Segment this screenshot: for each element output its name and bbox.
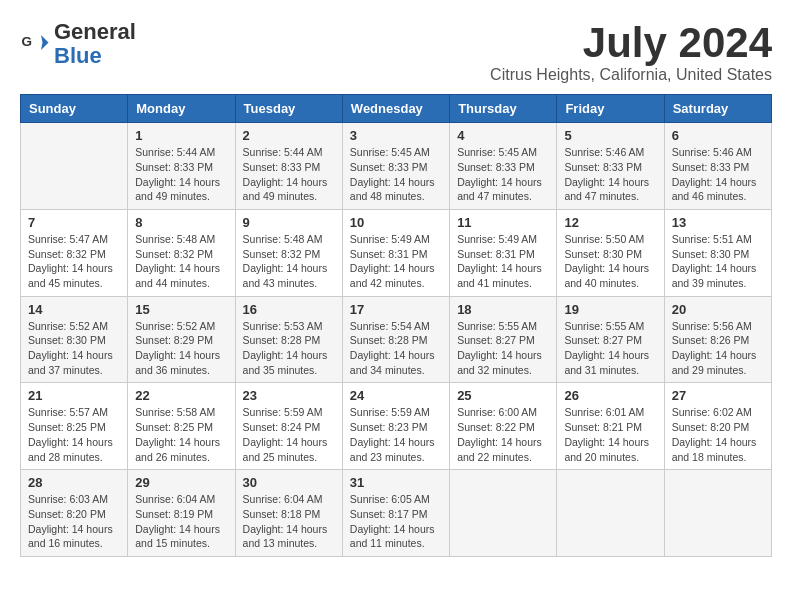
calendar-cell — [21, 123, 128, 210]
day-number: 7 — [28, 215, 120, 230]
day-info: Sunrise: 5:45 AM Sunset: 8:33 PM Dayligh… — [350, 145, 442, 204]
calendar-cell: 16Sunrise: 5:53 AM Sunset: 8:28 PM Dayli… — [235, 296, 342, 383]
calendar-cell: 11Sunrise: 5:49 AM Sunset: 8:31 PM Dayli… — [450, 209, 557, 296]
day-number: 27 — [672, 388, 764, 403]
day-info: Sunrise: 5:57 AM Sunset: 8:25 PM Dayligh… — [28, 405, 120, 464]
day-info: Sunrise: 5:49 AM Sunset: 8:31 PM Dayligh… — [350, 232, 442, 291]
day-info: Sunrise: 5:48 AM Sunset: 8:32 PM Dayligh… — [135, 232, 227, 291]
day-info: Sunrise: 6:00 AM Sunset: 8:22 PM Dayligh… — [457, 405, 549, 464]
day-info: Sunrise: 5:45 AM Sunset: 8:33 PM Dayligh… — [457, 145, 549, 204]
day-info: Sunrise: 5:46 AM Sunset: 8:33 PM Dayligh… — [564, 145, 656, 204]
calendar-cell: 19Sunrise: 5:55 AM Sunset: 8:27 PM Dayli… — [557, 296, 664, 383]
day-number: 11 — [457, 215, 549, 230]
calendar-cell: 4Sunrise: 5:45 AM Sunset: 8:33 PM Daylig… — [450, 123, 557, 210]
day-number: 28 — [28, 475, 120, 490]
day-number: 23 — [243, 388, 335, 403]
calendar-cell: 26Sunrise: 6:01 AM Sunset: 8:21 PM Dayli… — [557, 383, 664, 470]
calendar-week-row: 21Sunrise: 5:57 AM Sunset: 8:25 PM Dayli… — [21, 383, 772, 470]
day-number: 19 — [564, 302, 656, 317]
header-day-tuesday: Tuesday — [235, 95, 342, 123]
calendar-cell: 1Sunrise: 5:44 AM Sunset: 8:33 PM Daylig… — [128, 123, 235, 210]
location: Citrus Heights, California, United State… — [490, 66, 772, 84]
day-info: Sunrise: 6:04 AM Sunset: 8:18 PM Dayligh… — [243, 492, 335, 551]
day-number: 15 — [135, 302, 227, 317]
svg-text:G: G — [22, 34, 33, 49]
day-number: 8 — [135, 215, 227, 230]
calendar-cell: 3Sunrise: 5:45 AM Sunset: 8:33 PM Daylig… — [342, 123, 449, 210]
calendar-cell: 12Sunrise: 5:50 AM Sunset: 8:30 PM Dayli… — [557, 209, 664, 296]
calendar-cell: 8Sunrise: 5:48 AM Sunset: 8:32 PM Daylig… — [128, 209, 235, 296]
day-info: Sunrise: 5:47 AM Sunset: 8:32 PM Dayligh… — [28, 232, 120, 291]
day-info: Sunrise: 5:59 AM Sunset: 8:23 PM Dayligh… — [350, 405, 442, 464]
day-number: 14 — [28, 302, 120, 317]
day-number: 3 — [350, 128, 442, 143]
day-number: 5 — [564, 128, 656, 143]
month-title: July 2024 — [490, 20, 772, 66]
header-day-friday: Friday — [557, 95, 664, 123]
day-info: Sunrise: 5:59 AM Sunset: 8:24 PM Dayligh… — [243, 405, 335, 464]
calendar-cell — [450, 470, 557, 557]
calendar-header-row: SundayMondayTuesdayWednesdayThursdayFrid… — [21, 95, 772, 123]
day-number: 20 — [672, 302, 764, 317]
day-number: 18 — [457, 302, 549, 317]
calendar-cell: 27Sunrise: 6:02 AM Sunset: 8:20 PM Dayli… — [664, 383, 771, 470]
calendar-cell: 9Sunrise: 5:48 AM Sunset: 8:32 PM Daylig… — [235, 209, 342, 296]
calendar-cell: 5Sunrise: 5:46 AM Sunset: 8:33 PM Daylig… — [557, 123, 664, 210]
title-block: July 2024 Citrus Heights, California, Un… — [490, 20, 772, 84]
day-info: Sunrise: 5:51 AM Sunset: 8:30 PM Dayligh… — [672, 232, 764, 291]
day-number: 4 — [457, 128, 549, 143]
logo: G General Blue — [20, 20, 136, 68]
calendar-cell: 6Sunrise: 5:46 AM Sunset: 8:33 PM Daylig… — [664, 123, 771, 210]
calendar-week-row: 28Sunrise: 6:03 AM Sunset: 8:20 PM Dayli… — [21, 470, 772, 557]
day-info: Sunrise: 6:02 AM Sunset: 8:20 PM Dayligh… — [672, 405, 764, 464]
calendar-cell: 29Sunrise: 6:04 AM Sunset: 8:19 PM Dayli… — [128, 470, 235, 557]
day-info: Sunrise: 5:44 AM Sunset: 8:33 PM Dayligh… — [243, 145, 335, 204]
day-number: 21 — [28, 388, 120, 403]
day-number: 24 — [350, 388, 442, 403]
calendar-week-row: 7Sunrise: 5:47 AM Sunset: 8:32 PM Daylig… — [21, 209, 772, 296]
day-info: Sunrise: 5:48 AM Sunset: 8:32 PM Dayligh… — [243, 232, 335, 291]
calendar-cell — [557, 470, 664, 557]
day-number: 16 — [243, 302, 335, 317]
calendar-week-row: 14Sunrise: 5:52 AM Sunset: 8:30 PM Dayli… — [21, 296, 772, 383]
calendar-week-row: 1Sunrise: 5:44 AM Sunset: 8:33 PM Daylig… — [21, 123, 772, 210]
calendar-table: SundayMondayTuesdayWednesdayThursdayFrid… — [20, 94, 772, 557]
calendar-cell: 2Sunrise: 5:44 AM Sunset: 8:33 PM Daylig… — [235, 123, 342, 210]
logo-icon: G — [20, 29, 50, 59]
header-day-thursday: Thursday — [450, 95, 557, 123]
day-number: 26 — [564, 388, 656, 403]
day-number: 31 — [350, 475, 442, 490]
svg-marker-1 — [41, 35, 49, 50]
day-info: Sunrise: 5:56 AM Sunset: 8:26 PM Dayligh… — [672, 319, 764, 378]
logo-text: General Blue — [54, 20, 136, 68]
calendar-cell: 17Sunrise: 5:54 AM Sunset: 8:28 PM Dayli… — [342, 296, 449, 383]
day-info: Sunrise: 5:44 AM Sunset: 8:33 PM Dayligh… — [135, 145, 227, 204]
day-info: Sunrise: 5:55 AM Sunset: 8:27 PM Dayligh… — [564, 319, 656, 378]
calendar-cell: 15Sunrise: 5:52 AM Sunset: 8:29 PM Dayli… — [128, 296, 235, 383]
header-day-saturday: Saturday — [664, 95, 771, 123]
day-info: Sunrise: 5:53 AM Sunset: 8:28 PM Dayligh… — [243, 319, 335, 378]
page-header: G General Blue July 2024 Citrus Heights,… — [20, 20, 772, 84]
calendar-cell: 25Sunrise: 6:00 AM Sunset: 8:22 PM Dayli… — [450, 383, 557, 470]
calendar-cell — [664, 470, 771, 557]
day-info: Sunrise: 5:55 AM Sunset: 8:27 PM Dayligh… — [457, 319, 549, 378]
calendar-cell: 20Sunrise: 5:56 AM Sunset: 8:26 PM Dayli… — [664, 296, 771, 383]
calendar-cell: 7Sunrise: 5:47 AM Sunset: 8:32 PM Daylig… — [21, 209, 128, 296]
day-info: Sunrise: 6:05 AM Sunset: 8:17 PM Dayligh… — [350, 492, 442, 551]
day-info: Sunrise: 5:50 AM Sunset: 8:30 PM Dayligh… — [564, 232, 656, 291]
day-number: 12 — [564, 215, 656, 230]
calendar-cell: 13Sunrise: 5:51 AM Sunset: 8:30 PM Dayli… — [664, 209, 771, 296]
calendar-cell: 21Sunrise: 5:57 AM Sunset: 8:25 PM Dayli… — [21, 383, 128, 470]
day-number: 13 — [672, 215, 764, 230]
header-day-monday: Monday — [128, 95, 235, 123]
day-number: 17 — [350, 302, 442, 317]
calendar-cell: 28Sunrise: 6:03 AM Sunset: 8:20 PM Dayli… — [21, 470, 128, 557]
day-info: Sunrise: 5:52 AM Sunset: 8:30 PM Dayligh… — [28, 319, 120, 378]
day-info: Sunrise: 5:54 AM Sunset: 8:28 PM Dayligh… — [350, 319, 442, 378]
day-info: Sunrise: 6:01 AM Sunset: 8:21 PM Dayligh… — [564, 405, 656, 464]
calendar-cell: 24Sunrise: 5:59 AM Sunset: 8:23 PM Dayli… — [342, 383, 449, 470]
day-info: Sunrise: 5:46 AM Sunset: 8:33 PM Dayligh… — [672, 145, 764, 204]
header-day-sunday: Sunday — [21, 95, 128, 123]
day-number: 30 — [243, 475, 335, 490]
day-number: 9 — [243, 215, 335, 230]
